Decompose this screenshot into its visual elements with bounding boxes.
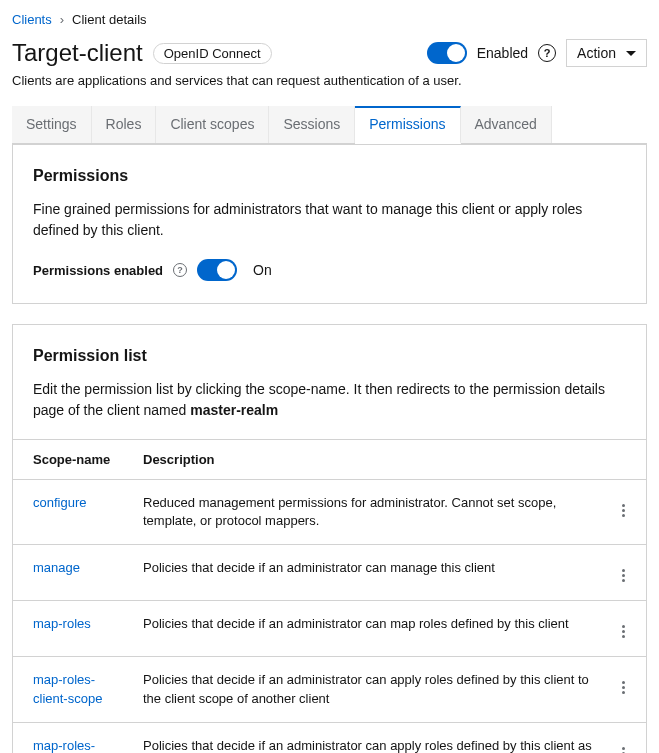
table-header-scope: Scope-name: [13, 440, 133, 480]
tab-settings[interactable]: Settings: [12, 106, 92, 143]
page-title: Target-client: [12, 39, 143, 67]
permissions-enabled-state: On: [253, 262, 272, 278]
tabs: Settings Roles Client scopes Sessions Pe…: [12, 106, 647, 144]
table-header-description: Description: [133, 440, 606, 480]
permissions-enabled-row: Permissions enabled ? On: [33, 259, 626, 281]
page-subtitle: Clients are applications and services th…: [12, 73, 647, 88]
header: Target-client OpenID Connect Enabled ? A…: [12, 39, 647, 67]
permissions-enabled-label: Permissions enabled: [33, 263, 163, 278]
scope-link[interactable]: configure: [33, 495, 86, 510]
permission-list-card: Permission list Edit the permission list…: [12, 324, 647, 753]
breadcrumb-clients[interactable]: Clients: [12, 12, 52, 27]
permissions-card: Permissions Fine grained permissions for…: [12, 144, 647, 304]
scope-link[interactable]: map-roles-composite: [33, 738, 95, 753]
table-row: map-roles-compositePolicies that decide …: [13, 722, 646, 753]
kebab-menu-icon[interactable]: [618, 743, 629, 753]
breadcrumb-current: Client details: [72, 12, 146, 27]
permission-list-description: Edit the permission list by clicking the…: [13, 379, 646, 421]
kebab-menu-icon[interactable]: [618, 565, 629, 586]
action-dropdown-label: Action: [577, 45, 616, 61]
tab-advanced[interactable]: Advanced: [461, 106, 552, 143]
permission-table: Scope-name Description configureReduced …: [13, 439, 646, 753]
scope-description: Policies that decide if an administrator…: [133, 601, 606, 657]
permission-list-title: Permission list: [13, 347, 646, 365]
enabled-switch-label: Enabled: [477, 45, 528, 61]
tab-sessions[interactable]: Sessions: [269, 106, 355, 143]
caret-down-icon: [626, 51, 636, 56]
protocol-badge: OpenID Connect: [153, 43, 272, 64]
scope-link[interactable]: manage: [33, 560, 80, 575]
kebab-menu-icon[interactable]: [618, 621, 629, 642]
scope-link[interactable]: map-roles-client-scope: [33, 672, 102, 705]
breadcrumb: Clients › Client details: [12, 12, 647, 27]
table-row: map-roles-client-scopePolicies that deci…: [13, 657, 646, 722]
permissions-title: Permissions: [33, 167, 626, 185]
table-row: managePolicies that decide if an adminis…: [13, 545, 646, 601]
permissions-enabled-switch[interactable]: [197, 259, 237, 281]
kebab-menu-icon[interactable]: [618, 677, 629, 698]
chevron-right-icon: ›: [60, 12, 64, 27]
tab-permissions[interactable]: Permissions: [355, 106, 460, 144]
kebab-menu-icon[interactable]: [618, 500, 629, 521]
scope-description: Reduced management permissions for admin…: [133, 480, 606, 545]
scope-description: Policies that decide if an administrator…: [133, 545, 606, 601]
enabled-switch[interactable]: [427, 42, 467, 64]
help-icon[interactable]: ?: [538, 44, 556, 62]
scope-link[interactable]: map-roles: [33, 616, 91, 631]
tab-roles[interactable]: Roles: [92, 106, 157, 143]
table-row: map-rolesPolicies that decide if an admi…: [13, 601, 646, 657]
scope-description: Policies that decide if an administrator…: [133, 722, 606, 753]
tab-client-scopes[interactable]: Client scopes: [156, 106, 269, 143]
permissions-description: Fine grained permissions for administrat…: [33, 199, 626, 241]
help-icon[interactable]: ?: [173, 263, 187, 277]
action-dropdown[interactable]: Action: [566, 39, 647, 67]
table-row: configureReduced management permissions …: [13, 480, 646, 545]
scope-description: Policies that decide if an administrator…: [133, 657, 606, 722]
